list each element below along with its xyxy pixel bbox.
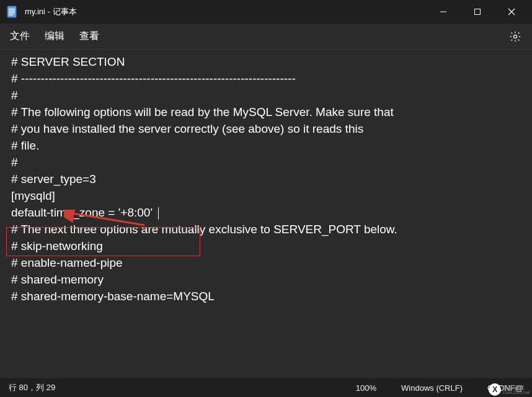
- editor-line: default-time_zone = '+8:00': [11, 204, 521, 221]
- editor-line: # The next three options are mutually ex…: [11, 221, 521, 238]
- editor-line: # shared-memory: [11, 271, 521, 288]
- titlebar: my.ini - 记事本: [0, 0, 532, 24]
- editor-line: # shared-memory-base-name=MYSQL: [11, 288, 521, 305]
- menu-edit[interactable]: 编辑: [45, 30, 64, 43]
- menu-file[interactable]: 文件: [10, 30, 30, 43]
- editor-line: # file.: [11, 137, 521, 154]
- menu-view[interactable]: 查看: [79, 30, 99, 43]
- svg-point-7: [514, 35, 517, 38]
- editor-line: # server_type=3: [11, 171, 521, 187]
- editor-line: # skip-networking: [11, 238, 521, 254]
- editor-line: # --------------------------------------…: [11, 70, 521, 87]
- editor-line: # SERVER SECTION: [11, 53, 521, 70]
- svg-rect-6: [474, 9, 480, 15]
- window-controls: [426, 0, 528, 24]
- watermark-text: 创新互联: [502, 385, 530, 391]
- menubar: 文件 编辑 查看: [0, 24, 532, 50]
- watermark: X 创新互联 CXHLCG.COM: [489, 383, 530, 396]
- watermark-sub: CXHLCG.COM: [502, 391, 530, 395]
- watermark-badge-icon: X: [489, 383, 501, 396]
- editor-line: # you have installed the server correctl…: [11, 120, 521, 137]
- editor-area[interactable]: # SERVER SECTION # ---------------------…: [0, 50, 532, 378]
- maximize-button[interactable]: [460, 0, 494, 24]
- status-cursor-position: 行 80，列 29: [9, 382, 55, 393]
- editor-line: # The following options will be read by …: [11, 104, 521, 120]
- close-button[interactable]: [494, 0, 528, 24]
- minimize-button[interactable]: [426, 0, 460, 24]
- svg-rect-4: [9, 14, 13, 16]
- window-title: my.ini - 记事本: [25, 6, 426, 17]
- notepad-icon: [6, 5, 17, 19]
- gear-icon[interactable]: [508, 30, 522, 43]
- status-line-ending[interactable]: Windows (CRLF): [401, 383, 463, 393]
- status-zoom[interactable]: 100%: [356, 383, 376, 393]
- svg-rect-2: [9, 11, 15, 12]
- statusbar: 行 80，列 29 100% Windows (CRLF) CSDNF@: [0, 378, 532, 397]
- svg-rect-0: [7, 6, 16, 17]
- svg-rect-3: [9, 12, 15, 14]
- editor-line: # enable-named-pipe: [11, 254, 521, 271]
- editor-line: #: [11, 87, 521, 104]
- editor-line: #: [11, 154, 521, 171]
- editor-line: [mysqld]: [11, 187, 521, 204]
- svg-rect-5: [440, 12, 446, 12]
- svg-rect-1: [9, 9, 15, 10]
